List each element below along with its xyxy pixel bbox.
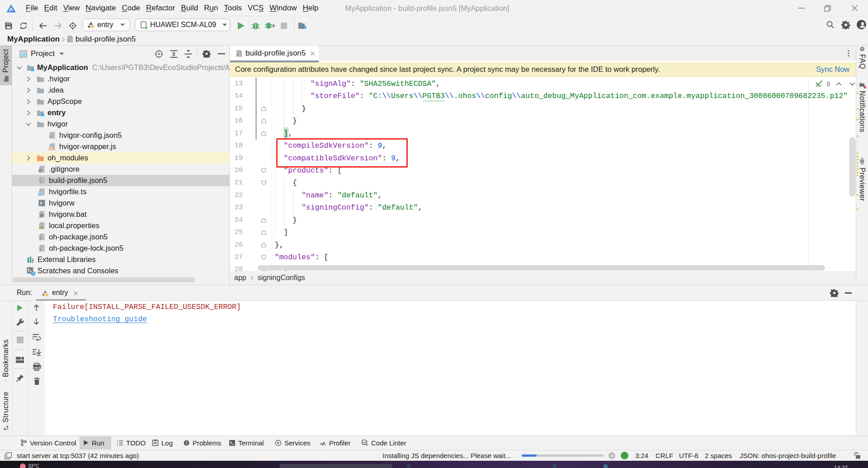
svg-text:{}: {} xyxy=(236,53,240,57)
svg-text:F: F xyxy=(860,48,863,50)
svg-text:JS: JS xyxy=(49,147,53,150)
svg-text:{}: {} xyxy=(38,237,42,240)
svg-text:TS: TS xyxy=(39,192,43,195)
svg-text:{}: {} xyxy=(49,135,53,139)
svg-text:{}: {} xyxy=(38,248,42,252)
svg-text:{}: {} xyxy=(38,180,42,184)
svg-text:{}: {} xyxy=(66,39,71,42)
